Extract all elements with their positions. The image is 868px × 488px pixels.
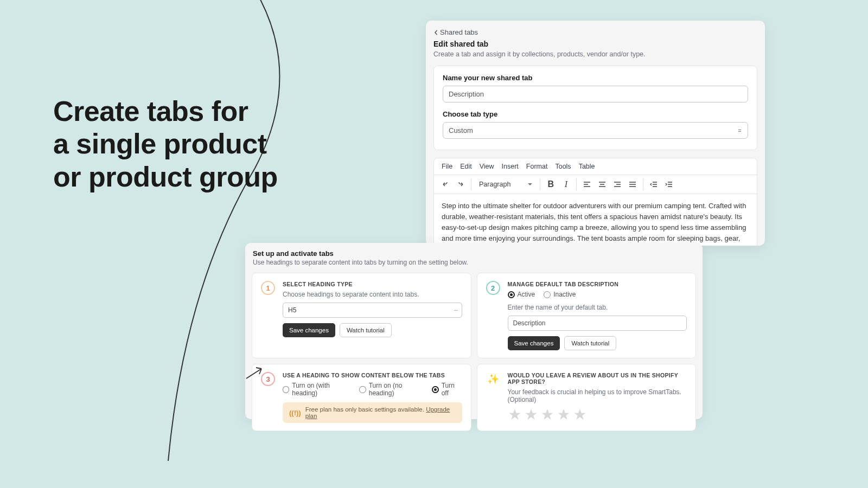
bold-icon[interactable]: B [544, 177, 558, 191]
outdent-icon[interactable] [647, 177, 661, 191]
tab-name-input[interactable] [443, 86, 748, 102]
panel-title: Edit shared tab [433, 40, 757, 48]
review-title: WOULD YOU LEAVE A REVIEW ABOUT US IN THE… [508, 372, 687, 385]
type-label: Choose tab type [443, 110, 748, 118]
name-label: Name your new shared tab [443, 74, 748, 82]
radio-inactive[interactable]: Inactive [544, 291, 576, 298]
review-star-icon: ✨ [486, 372, 500, 386]
editor-content[interactable]: Step into the ultimate shelter for outdo… [434, 194, 757, 246]
watch-tutorial-button-2[interactable]: Watch tutorial [564, 336, 616, 350]
tab-type-select[interactable] [443, 122, 748, 139]
setup-panel: Set up and activate tabs Use headings to… [245, 243, 703, 419]
rating-stars [508, 408, 687, 422]
review-sub: Your feedback is crucial in helping us t… [508, 388, 687, 403]
menu-file[interactable]: File [442, 163, 452, 170]
step1-sub: Choose headings to separate content into… [283, 291, 462, 298]
edit-shared-tab-panel: Shared tabs Edit shared tab Create a tab… [426, 21, 765, 246]
step-1-card: 1 SELECT HEADING TYPE Choose headings to… [252, 273, 471, 358]
back-link[interactable]: Shared tabs [426, 21, 765, 40]
radio-active[interactable]: Active [508, 291, 535, 298]
undo-icon[interactable] [438, 177, 452, 191]
rich-text-editor: File Edit View Insert Format Tools Table… [433, 158, 757, 246]
step2-enter: Enter the name of your default tab. [508, 304, 687, 311]
upgrade-banner: ((!)) Free plan has only basic settings … [283, 402, 462, 423]
editor-toolbar: Paragraph B I [434, 175, 757, 194]
step-badge-3: 3 [261, 372, 275, 386]
align-center-icon[interactable] [595, 177, 609, 191]
menu-view[interactable]: View [480, 163, 494, 170]
star-3[interactable] [540, 408, 554, 422]
step-badge-1: 1 [261, 281, 275, 295]
step3-title: USE A HEADING TO SHOW CONTENT BELOW THE … [283, 372, 462, 378]
step1-title: SELECT HEADING TYPE [283, 281, 462, 287]
menu-table[interactable]: Table [579, 163, 595, 170]
warning-icon: ((!)) [289, 409, 301, 417]
setup-subtitle: Use headings to separate content into ta… [253, 259, 695, 266]
headline: Create tabs for a single product or prod… [53, 95, 278, 193]
watch-tutorial-button[interactable]: Watch tutorial [340, 323, 392, 337]
align-left-icon[interactable] [580, 177, 594, 191]
star-4[interactable] [557, 408, 571, 422]
panel-subtitle: Create a tab and assign it by collection… [433, 50, 757, 58]
menu-insert[interactable]: Insert [502, 163, 519, 170]
star-1[interactable] [508, 408, 522, 422]
default-tab-input[interactable] [508, 316, 687, 331]
heading-select[interactable] [283, 303, 462, 318]
italic-icon[interactable]: I [559, 177, 573, 191]
align-right-icon[interactable] [610, 177, 624, 191]
paragraph-select[interactable]: Paragraph [475, 177, 537, 191]
align-justify-icon[interactable] [626, 177, 640, 191]
menu-format[interactable]: Format [526, 163, 548, 170]
review-card: ✨ WOULD YOU LEAVE A REVIEW ABOUT US IN T… [477, 364, 697, 431]
indent-icon[interactable] [662, 177, 676, 191]
step-3-card: 3 USE A HEADING TO SHOW CONTENT BELOW TH… [252, 364, 471, 431]
menu-tools[interactable]: Tools [555, 163, 571, 170]
save-changes-button[interactable]: Save changes [283, 323, 335, 337]
save-changes-button-2[interactable]: Save changes [508, 336, 560, 350]
step2-title: MANAGE DEFAULT TAB DESCRIPTION [508, 281, 687, 287]
radio-turn-on-heading[interactable]: Turn on (with heading) [283, 382, 353, 397]
chevron-left-icon [433, 30, 439, 35]
star-2[interactable] [524, 408, 538, 422]
radio-turn-on-no-heading[interactable]: Turn on (no heading) [359, 382, 425, 397]
menu-edit[interactable]: Edit [460, 163, 472, 170]
setup-title: Set up and activate tabs [253, 249, 695, 258]
tab-form: Name your new shared tab Choose tab type [433, 66, 757, 150]
editor-menubar: File Edit View Insert Format Tools Table [434, 158, 757, 175]
redo-icon[interactable] [454, 177, 468, 191]
step-badge-2: 2 [486, 281, 500, 295]
step-2-card: 2 MANAGE DEFAULT TAB DESCRIPTION Active … [477, 273, 697, 358]
star-5[interactable] [573, 408, 587, 422]
radio-turn-off[interactable]: Turn off [432, 382, 462, 397]
